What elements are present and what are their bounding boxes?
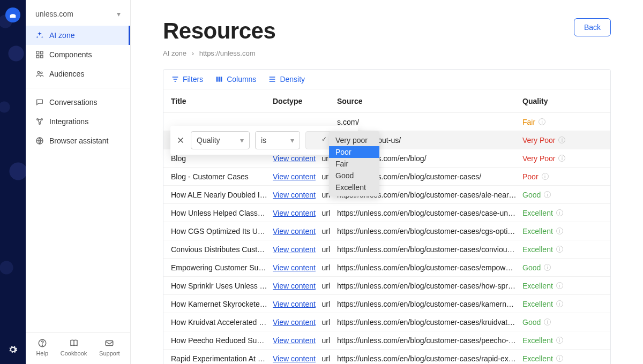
svg-point-8 (39, 123, 41, 125)
view-content-link[interactable]: View content (273, 172, 316, 181)
cell-quality: Excellenti (522, 209, 608, 217)
workspace-name: unless.com (35, 10, 73, 18)
table-row[interactable]: How Unless Helped ClassTag I…View conten… (163, 204, 610, 222)
view-content-link[interactable]: View content (273, 154, 316, 163)
info-icon[interactable]: i (556, 300, 563, 307)
info-icon[interactable]: i (556, 282, 563, 289)
columns-icon (215, 75, 223, 84)
filter-operator-select[interactable]: is ▾ (255, 131, 300, 149)
table-row[interactable]: Convious Distributes Custom …View conten… (163, 240, 610, 259)
density-icon (268, 75, 276, 84)
table-row[interactable]: Rapid Experimentation At Pré…View conten… (163, 350, 610, 364)
settings-icon[interactable] (8, 345, 18, 354)
dropdown-option[interactable]: Fair (329, 158, 379, 170)
table-row[interactable]: How CGS Optimized Its User …View content… (163, 222, 610, 240)
cell-title: How Kamernet Skyrocketed T… (171, 300, 273, 308)
info-icon[interactable]: i (542, 173, 549, 180)
col-title[interactable]: Title (171, 97, 273, 105)
filter-column-select[interactable]: Quality ▾ (191, 131, 250, 149)
col-quality[interactable]: Quality (522, 97, 608, 105)
breadcrumb-separator: › (192, 49, 194, 57)
quality-value: Excellent (522, 282, 553, 290)
table-row[interactable]: How Kruidvat Accelerated Wi…View content… (163, 313, 610, 331)
cell-doctype: View content url (273, 318, 337, 327)
sidebar-item-browser-assistant[interactable]: Browser assistant (26, 131, 130, 150)
quality-value: Fair (522, 118, 535, 126)
dropdown-option[interactable]: Excellent (329, 181, 379, 193)
footer-help[interactable]: Help (36, 338, 48, 357)
info-icon[interactable]: i (556, 355, 563, 362)
cell-quality: Excellenti (522, 245, 608, 254)
col-source[interactable]: Source (337, 97, 522, 105)
cell-doctype: View content url (273, 209, 337, 217)
breadcrumb-a[interactable]: AI zone (163, 49, 186, 57)
sidebar-item-ai-zone[interactable]: AI zone (26, 26, 130, 45)
view-content-link[interactable]: View content (273, 191, 316, 199)
quality-value: Poor (522, 172, 539, 181)
info-icon[interactable]: i (556, 228, 563, 234)
table-row[interactable]: Blog - Customer CasesView content urlhtt… (163, 168, 610, 186)
cell-title: How Kruidvat Accelerated Wi… (171, 318, 273, 327)
cell-title: How CGS Optimized Its User … (171, 227, 273, 236)
table-row[interactable]: Empowering Customer Suppo…View content u… (163, 259, 610, 277)
sidebar-item-conversations[interactable]: Conversations (26, 93, 130, 112)
page-title: Resources (163, 18, 275, 44)
check-icon: ✓ (322, 135, 327, 143)
breadcrumb-b[interactable]: https://unless.com (199, 49, 256, 57)
footer-cookbook[interactable]: Cookbook (61, 338, 87, 357)
table-row[interactable]: How Sprinklr Uses Unless To I…View conte… (163, 277, 610, 295)
sidebar-item-audiences[interactable]: Audiences (26, 64, 130, 84)
svg-rect-13 (216, 77, 218, 81)
back-button[interactable]: Back (574, 18, 611, 36)
mail-icon (104, 338, 114, 348)
close-icon[interactable] (176, 135, 185, 145)
filters-button[interactable]: Filters (171, 75, 203, 84)
dropdown-option[interactable]: Poor (329, 146, 379, 158)
table-row[interactable]: How Kamernet Skyrocketed T…View content … (163, 295, 610, 313)
columns-button[interactable]: Columns (215, 75, 256, 84)
view-content-link[interactable]: View content (273, 282, 316, 290)
view-content-link[interactable]: View content (273, 227, 316, 236)
info-icon[interactable]: i (544, 264, 551, 271)
dropdown-option[interactable]: Good (329, 170, 379, 181)
footer-label: Cookbook (61, 350, 87, 357)
svg-rect-12 (106, 341, 114, 346)
view-content-link[interactable]: View content (273, 318, 316, 327)
filter-value-dropdown: ✓ Very poorPoorFairGoodExcellent (329, 131, 379, 196)
filter-icon (171, 75, 180, 84)
data-panel: Filters Columns Density Title Doctype So… (163, 69, 611, 364)
info-icon[interactable]: i (544, 191, 551, 198)
info-icon[interactable]: i (556, 246, 563, 253)
info-icon[interactable]: i (556, 209, 563, 216)
view-content-link[interactable]: View content (273, 209, 316, 217)
chevron-down-icon: ▾ (117, 10, 121, 18)
view-content-link[interactable]: View content (273, 263, 316, 272)
quality-value: Excellent (522, 209, 553, 217)
view-content-link[interactable]: View content (273, 354, 316, 363)
density-button[interactable]: Density (268, 75, 305, 84)
col-doctype[interactable]: Doctype (273, 97, 337, 105)
cell-quality: Excellenti (522, 282, 608, 290)
cell-doctype: View content url (273, 172, 337, 181)
info-icon[interactable]: i (558, 155, 565, 162)
table-row[interactable]: How Peecho Reduced Suppor…View content u… (163, 331, 610, 350)
cell-doctype: View content url (273, 300, 337, 308)
quality-value: Excellent (522, 336, 553, 345)
brand-logo[interactable] (5, 7, 20, 22)
view-content-link[interactable]: View content (273, 245, 316, 254)
info-icon[interactable]: i (539, 118, 545, 125)
workspace-switcher[interactable]: unless.com ▾ (26, 5, 130, 26)
table-row[interactable]: How ALE Nearly Doubled Its …View content… (163, 186, 610, 204)
cell-quality: Goodi (522, 263, 608, 272)
info-icon[interactable]: i (544, 318, 551, 325)
info-icon[interactable]: i (558, 136, 565, 143)
sidebar-item-integrations[interactable]: Integrations (26, 112, 130, 131)
view-content-link[interactable]: View content (273, 300, 316, 308)
info-icon[interactable]: i (556, 337, 563, 344)
sidebar-item-components[interactable]: Components (26, 45, 130, 64)
footer-support[interactable]: Support (99, 338, 120, 357)
dropdown-option[interactable]: Very poor (329, 134, 379, 146)
cell-source: s.com/ (337, 118, 522, 126)
view-content-link[interactable]: View content (273, 336, 316, 345)
svg-rect-1 (40, 51, 43, 54)
